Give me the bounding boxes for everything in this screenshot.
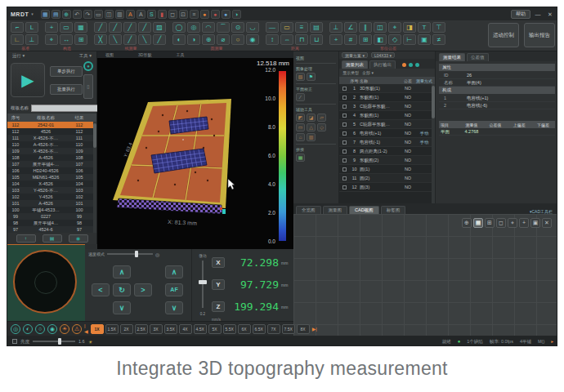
motion-control-button[interactable]: 运动控制 (488, 23, 519, 47)
image-process-icon[interactable]: ⚑ (307, 73, 316, 81)
measure-tool-icon[interactable]: ◧ (374, 34, 387, 45)
template-row[interactable]: 109 X-4526-不… 109 (7, 148, 96, 154)
aux-tool-icon[interactable]: △ (307, 123, 316, 131)
magnification-button[interactable]: 2.5X (135, 324, 148, 334)
magnification-button[interactable]: 2X (120, 324, 133, 334)
measure-tool-icon[interactable]: ▣ (418, 34, 431, 45)
measure-tool-icon[interactable]: ⊤ (432, 22, 445, 33)
measurement-row[interactable]: 7 电容线(-1) NO 手动 (339, 138, 435, 147)
template-row[interactable]: 107 展开平铺4-… 107 (7, 161, 96, 167)
speed-slider[interactable] (107, 251, 153, 257)
magnification-button[interactable]: 4X (179, 324, 192, 334)
measure-tool-icon[interactable]: ∥ (359, 22, 372, 33)
measure-tool-icon[interactable]: ⌒ (217, 22, 230, 33)
cad-tool-icon[interactable]: ⊞ (485, 218, 495, 228)
template-row[interactable]: 112 4526 112 (7, 128, 96, 135)
magnification-button[interactable]: 1.5X (105, 324, 119, 334)
magnification-button[interactable]: 1X (91, 324, 104, 334)
tab-measure-view[interactable]: 测量图 (323, 206, 348, 214)
measure-tool-icon[interactable]: ∟ (11, 34, 24, 45)
aux-tool-icon[interactable]: ⌂ (296, 133, 305, 141)
list-action-button[interactable]: ↑ (16, 234, 36, 243)
measure-tool-icon[interactable]: ◡ (246, 22, 259, 33)
titlebar-icon[interactable]: ◑ (232, 10, 241, 19)
illumination-icon[interactable]: ☀ (88, 339, 92, 345)
measure-tool-icon[interactable]: ▭ (280, 22, 293, 33)
measure-tool-icon[interactable]: ⊕ (202, 34, 215, 45)
template-row[interactable]: 100 平铺4-4523… 100 (7, 207, 96, 213)
run-play-button[interactable]: ▶ (11, 63, 45, 97)
cad-tool-icon[interactable]: ✕ (542, 218, 552, 228)
row-checkbox[interactable] (339, 87, 349, 91)
row-checkbox[interactable] (339, 114, 349, 118)
titlebar-icon[interactable]: ▦ (41, 10, 50, 19)
measure-tool-icon[interactable]: ╲ (138, 34, 151, 45)
camera-mode-icon[interactable]: ⚠ (72, 324, 82, 334)
measure-tool-icon[interactable]: ╳ (94, 34, 107, 45)
3d-viewport[interactable]: 视图3D形貌工具 (97, 51, 293, 249)
camera-mode-icon[interactable]: ◉ (47, 324, 57, 334)
measure-tool-icon[interactable]: ○ (231, 34, 244, 45)
gear-icon[interactable]: ◎ (155, 252, 159, 257)
measure-tool-icon[interactable]: ╱ (153, 34, 166, 45)
close-button[interactable]: ✕ (545, 10, 555, 19)
camera-mode-icon[interactable]: ☀ (60, 324, 69, 334)
aux-tool-icon[interactable]: ▭ (296, 123, 305, 131)
measure-tool-icon[interactable]: ▤ (310, 22, 323, 33)
viewport-menu[interactable]: 工具 (176, 52, 184, 57)
scrollbar[interactable] (432, 84, 435, 203)
magnification-button[interactable]: 7X (267, 324, 280, 334)
titlebar-icon[interactable]: ▥ (115, 10, 124, 19)
measure-tool-icon[interactable]: ⊙ (231, 22, 244, 33)
viewport-menu[interactable]: 3D形貌 (138, 52, 151, 57)
template-row[interactable]: 97 4524-6 97 (7, 226, 96, 233)
z-down-button[interactable]: ∨ (165, 301, 183, 314)
template-row[interactable]: 112 2542-01 112 (7, 122, 96, 128)
measure-tool-icon[interactable]: L (25, 22, 38, 33)
tab-output[interactable]: 执行输出 (369, 60, 396, 69)
row-checkbox[interactable] (339, 149, 349, 154)
list-action-button[interactable]: ◉ (69, 234, 88, 243)
scheme-dropdown[interactable]: L04X33 ▾ (371, 52, 395, 58)
aux-tool-icon[interactable]: ▥ (307, 133, 316, 141)
jog-left-button[interactable]: < (92, 283, 110, 296)
tab-label-view[interactable]: 标签图 (381, 206, 406, 214)
measure-tool-icon[interactable]: + (45, 22, 58, 33)
minimize-button[interactable]: — (533, 10, 543, 19)
magnification-button[interactable]: 6X (238, 324, 251, 334)
panel-menu[interactable]: 运行 ▾ (12, 53, 25, 59)
cad-tool-icon[interactable]: ⊕ (462, 218, 472, 228)
measure-tool-icon[interactable]: ⊞ (359, 34, 372, 45)
report-button[interactable]: 输出报告 (524, 23, 555, 47)
row-checkbox[interactable] (339, 122, 349, 127)
measure-tool-icon[interactable]: ⊥ (25, 34, 38, 45)
tab-cad-view[interactable]: CAD视图 (349, 206, 379, 214)
single-step-button[interactable]: 单步执行 (50, 66, 83, 77)
measure-tool-icon[interactable]: ◇ (388, 34, 401, 45)
measure-tool-icon[interactable]: ⊓ (295, 34, 308, 45)
row-checkbox[interactable] (339, 140, 349, 145)
measurement-row[interactable]: 3 C轮廓平形貌… NO (339, 102, 435, 111)
cad-tool-icon[interactable]: ◻ (496, 218, 506, 228)
template-row[interactable]: 110 A-4526-不… 110 (7, 141, 96, 148)
cad-tool-icon[interactable]: ⌖ (508, 218, 517, 228)
measure-tool-icon[interactable]: T (418, 22, 431, 33)
measure-tool-icon[interactable]: ⊔ (310, 34, 323, 45)
titlebar-icon[interactable]: A (126, 10, 135, 19)
brightness-slider[interactable] (33, 338, 75, 345)
measurement-row[interactable]: 11 圆(2) NO (339, 174, 435, 183)
camera-mode-icon[interactable]: ○ (35, 324, 45, 334)
filter-value[interactable]: 全部 ▾ (362, 70, 374, 75)
scrollbar-thumb[interactable] (93, 123, 96, 148)
measure-tool-icon[interactable]: ◑ (187, 34, 200, 45)
magnification-button[interactable]: 6.5X (253, 324, 266, 334)
measure-tool-icon[interactable]: ⊥ (329, 22, 342, 33)
measurement-row[interactable]: 4 形貌图(1) NO (339, 111, 435, 120)
measure-tool-icon[interactable]: ◨ (403, 22, 416, 33)
measure-tool-icon[interactable]: ⌖ (388, 22, 401, 33)
magnification-button[interactable]: 3.5X (164, 324, 177, 334)
titlebar-icon[interactable]: ↶ (73, 10, 82, 19)
measure-tool-icon[interactable]: ↕ (266, 34, 279, 45)
template-row[interactable]: 105 MEN61-4526 105 (7, 174, 96, 180)
logo-caret-icon[interactable]: ▾ (31, 11, 34, 16)
